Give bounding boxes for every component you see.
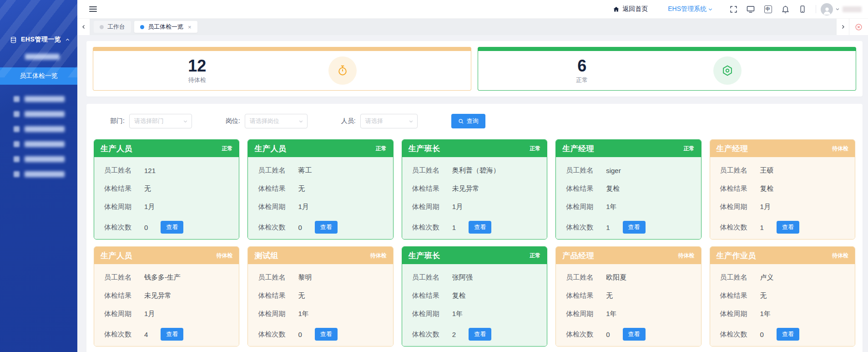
checkup-cycle-row: 体检周期 1年 bbox=[566, 203, 693, 211]
department-select[interactable]: 请选择部门 bbox=[129, 114, 192, 128]
checkup-cycle-row: 体检周期 1月 bbox=[258, 203, 385, 211]
checkup-result-row: 体检结果 复检 bbox=[566, 184, 693, 193]
sidebar-item-employee-checkup[interactable]: 员工体检一览 bbox=[0, 67, 77, 85]
query-button-label: 查询 bbox=[467, 117, 479, 125]
employee-card-title: 生产班长 bbox=[409, 143, 440, 154]
field-label: 体检周期 bbox=[412, 203, 452, 211]
checkup-cycle-value: 1月 bbox=[144, 310, 155, 318]
employee-card-body: 员工姓名 卢义 体检结果 无 体检周期 1年 体检次数 0 查看 bbox=[710, 264, 855, 347]
view-button[interactable]: 查看 bbox=[161, 221, 183, 234]
language-icon[interactable]: 中 bbox=[762, 4, 773, 15]
checkup-cycle-value: 1年 bbox=[606, 310, 616, 318]
checkup-cycle-row: 体检周期 1年 bbox=[566, 310, 693, 318]
sidebar-item-blurred[interactable] bbox=[0, 167, 77, 182]
hamburger-menu-icon[interactable] bbox=[89, 6, 97, 12]
post-filter-group: 岗位: 请选择岗位 bbox=[226, 114, 308, 128]
checkup-count-row: 体检次数 0 查看 bbox=[258, 221, 385, 234]
view-button[interactable]: 查看 bbox=[777, 221, 799, 234]
sidebar-item-blurred[interactable] bbox=[0, 152, 77, 167]
person-select[interactable]: 请选择 bbox=[360, 114, 418, 128]
checkup-result-value: 无 bbox=[298, 291, 305, 300]
post-select[interactable]: 请选择岗位 bbox=[245, 114, 308, 128]
normal-count: 6 bbox=[478, 57, 686, 75]
checkup-count-row: 体检次数 1 查看 bbox=[566, 221, 693, 234]
post-placeholder: 请选择岗位 bbox=[250, 117, 298, 125]
sidebar-item-blurred[interactable] bbox=[0, 122, 77, 137]
field-label: 体检周期 bbox=[258, 203, 298, 211]
field-label: 体检周期 bbox=[566, 310, 606, 318]
department-filter-group: 部门: 请选择部门 bbox=[110, 114, 192, 128]
employee-card-title: 测试组 bbox=[254, 250, 278, 261]
tab-workbench[interactable]: 工作台 bbox=[94, 21, 131, 33]
stopwatch-icon bbox=[328, 56, 357, 85]
tabs-scroll-right-button[interactable] bbox=[837, 19, 849, 35]
field-label: 体检周期 bbox=[412, 310, 452, 318]
tab-close-icon[interactable]: × bbox=[188, 24, 192, 31]
checkup-count-row: 体检次数 2 查看 bbox=[412, 328, 540, 341]
view-button[interactable]: 查看 bbox=[161, 328, 183, 341]
system-switcher[interactable]: EHS管理系统 bbox=[668, 5, 713, 13]
tabs-scroll-left-button[interactable] bbox=[77, 19, 90, 35]
main-panel: 部门: 请选择部门 岗位: 请选择岗位 人员: bbox=[86, 104, 863, 352]
status-badge: 待体检 bbox=[678, 252, 695, 260]
employee-card: 生产班长 正常 员工姓名 张阿强 体检结果 复检 体检周期 1年 体检次数 2 … bbox=[402, 246, 547, 347]
view-button[interactable]: 查看 bbox=[469, 328, 491, 341]
mobile-icon[interactable] bbox=[797, 4, 808, 15]
topbar: 返回首页 EHS管理系统 中 bbox=[77, 0, 868, 18]
checkup-cycle-value: 1月 bbox=[760, 203, 771, 211]
tab-dot bbox=[100, 25, 104, 29]
view-button[interactable]: 查看 bbox=[315, 328, 338, 341]
checkup-cycle-value: 1年 bbox=[760, 310, 771, 318]
employee-card: 生产人员 正常 员工姓名 121 体检结果 无 体检周期 1月 体检次数 0 查… bbox=[94, 139, 239, 240]
tab-employee-checkup[interactable]: 员工体检一览 × bbox=[134, 21, 197, 33]
checkup-cycle-row: 体检周期 1月 bbox=[104, 203, 232, 211]
filter-row: 部门: 请选择部门 岗位: 请选择岗位 人员: bbox=[110, 114, 855, 128]
sidebar-item-blurred[interactable] bbox=[0, 107, 77, 122]
field-label: 体检次数 bbox=[566, 223, 606, 232]
checkup-count-value: 1 bbox=[452, 224, 456, 231]
employee-card-header: 生产班长 正常 bbox=[402, 247, 547, 264]
hexagon-icon bbox=[713, 56, 742, 85]
field-label: 体检次数 bbox=[104, 330, 144, 339]
return-home-link[interactable]: 返回首页 bbox=[613, 5, 648, 13]
bell-icon[interactable] bbox=[780, 4, 791, 15]
field-label: 员工姓名 bbox=[258, 166, 298, 175]
view-button[interactable]: 查看 bbox=[623, 221, 646, 234]
view-button[interactable]: 查看 bbox=[469, 221, 491, 234]
chevron-down-icon[interactable] bbox=[835, 7, 840, 11]
field-label: 体检次数 bbox=[412, 223, 452, 232]
employee-name-row: 员工姓名 钱多多-生产 bbox=[104, 273, 232, 282]
field-label: 体检结果 bbox=[566, 291, 606, 300]
sidebar-group-ehs[interactable]: EHS管理一览 bbox=[0, 33, 77, 46]
sidebar-item-blurred[interactable] bbox=[0, 92, 77, 107]
tab-dot bbox=[140, 25, 144, 29]
field-label: 体检结果 bbox=[412, 184, 452, 193]
monitor-icon[interactable] bbox=[745, 4, 756, 15]
sidebar-item-blurred[interactable] bbox=[0, 137, 77, 152]
sidebar-item-blurred[interactable] bbox=[25, 54, 60, 60]
close-all-tabs-button[interactable] bbox=[849, 19, 868, 35]
fullscreen-icon[interactable] bbox=[728, 4, 739, 15]
field-label: 员工姓名 bbox=[720, 166, 760, 175]
main-content: 12 待体检 6 正常 bbox=[77, 35, 868, 352]
employee-card-grid: 生产人员 正常 员工姓名 121 体检结果 无 体检周期 1月 体检次数 0 查… bbox=[94, 139, 855, 347]
field-label: 体检结果 bbox=[720, 184, 760, 193]
view-button[interactable]: 查看 bbox=[315, 221, 338, 234]
employee-card: 测试组 待体检 员工姓名 黎明 体检结果 无 体检周期 1年 体检次数 0 查看 bbox=[247, 246, 393, 347]
employee-name-value: 121 bbox=[144, 167, 156, 174]
view-button[interactable]: 查看 bbox=[623, 328, 646, 341]
employee-card-title: 生产人员 bbox=[101, 250, 132, 261]
employee-name-row: 员工姓名 卢义 bbox=[720, 273, 848, 282]
avatar[interactable] bbox=[821, 3, 833, 15]
checkup-cycle-row: 体检周期 1年 bbox=[258, 310, 385, 318]
checkup-count-row: 体检次数 4 查看 bbox=[104, 328, 232, 341]
checkup-result-row: 体检结果 无 bbox=[104, 184, 232, 193]
employee-card: 生产人员 待体检 员工姓名 钱多多-生产 体检结果 未见异常 体检周期 1月 体… bbox=[94, 246, 239, 347]
view-button[interactable]: 查看 bbox=[777, 328, 799, 341]
pending-count: 12 bbox=[93, 57, 301, 75]
checkup-result-row: 体检结果 未见异常 bbox=[104, 291, 232, 300]
query-button[interactable]: 查询 bbox=[451, 114, 485, 128]
employee-card-header: 生产作业员 待体检 bbox=[710, 247, 855, 264]
field-label: 体检周期 bbox=[258, 310, 298, 318]
employee-card-body: 员工姓名 奥利普（碧海） 体检结果 未见异常 体检周期 1月 体检次数 1 查看 bbox=[402, 157, 547, 240]
